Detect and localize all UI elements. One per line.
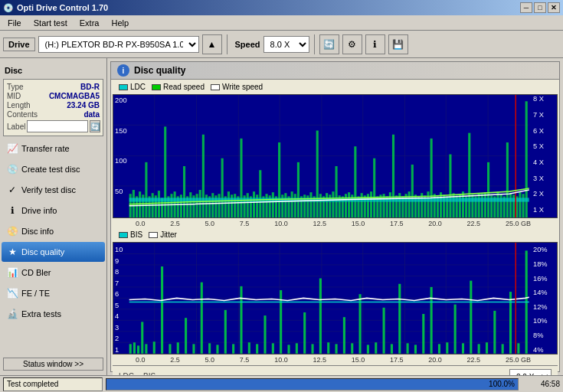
sidebar-item-verify-test-disc[interactable]: ✓ Verify test disc <box>2 180 105 200</box>
svg-rect-209 <box>263 315 266 354</box>
read-speed-legend-color <box>152 84 161 90</box>
disc-info-icon: 📀 <box>6 225 18 237</box>
svg-text:16%: 16% <box>533 275 548 283</box>
menu-start-test[interactable]: Start test <box>29 17 72 29</box>
svg-rect-58 <box>234 194 236 217</box>
svg-rect-77 <box>294 194 296 217</box>
jitter-legend-label: Jitter <box>160 230 177 239</box>
svg-rect-62 <box>247 193 249 217</box>
settings-button[interactable]: ⚙ <box>342 34 362 54</box>
drive-eject-button[interactable]: ▲ <box>202 34 222 54</box>
speed-select-2[interactable]: 2.0 X <box>509 369 552 375</box>
label-refresh-icon[interactable]: 🔄 <box>90 120 100 132</box>
chart2-wrapper: 10 9 8 7 6 5 4 3 2 1 20% 18% 16% <box>113 242 558 354</box>
svg-rect-217 <box>327 343 329 354</box>
svg-rect-145 <box>509 193 512 217</box>
svg-rect-142 <box>500 194 502 217</box>
minimize-button[interactable]: ─ <box>520 2 532 13</box>
menu-extra[interactable]: Extra <box>75 17 104 29</box>
svg-rect-239 <box>502 345 504 354</box>
stats-right: Speed 2.01 X Position 23800 MB Samples 3… <box>426 369 552 375</box>
svg-text:50: 50 <box>115 188 123 195</box>
chart2-svg: 10 9 8 7 6 5 4 3 2 1 20% 18% 16% <box>113 243 557 354</box>
svg-rect-89 <box>332 191 334 217</box>
drive-info-icon: ℹ <box>6 204 18 217</box>
sidebar-item-extra-tests[interactable]: 🔬 Extra tests <box>2 304 105 324</box>
contents-label: Contents <box>7 110 38 119</box>
svg-rect-126 <box>449 155 451 218</box>
svg-rect-236 <box>478 345 480 354</box>
maximize-button[interactable]: □ <box>534 2 546 13</box>
svg-rect-42 <box>183 166 185 217</box>
speed-select[interactable]: 8.0 X <box>263 36 309 53</box>
refresh-button[interactable]: 🔄 <box>319 34 339 54</box>
svg-rect-94 <box>348 192 350 217</box>
svg-rect-34 <box>158 191 160 217</box>
svg-rect-119 <box>427 191 429 217</box>
menu-file[interactable]: File <box>3 17 26 29</box>
svg-rect-74 <box>284 193 286 217</box>
disc-section-title: Disc <box>2 64 105 77</box>
svg-rect-36 <box>164 126 166 217</box>
svg-rect-226 <box>398 284 401 354</box>
svg-rect-233 <box>454 305 457 354</box>
label-input[interactable] <box>27 120 88 132</box>
sidebar-item-create-test-disc[interactable]: 💿 Create test disc <box>2 159 105 179</box>
verify-test-disc-icon: ✓ <box>6 184 18 196</box>
menu-help[interactable]: Help <box>106 17 133 29</box>
svg-rect-38 <box>170 194 172 217</box>
svg-rect-120 <box>430 139 433 217</box>
cd-bler-icon: 📊 <box>6 266 18 279</box>
type-label: Type <box>7 83 24 91</box>
svg-rect-241 <box>517 344 519 354</box>
drive-select[interactable]: (H:) PLEXTOR BD-R PX-B950SA 1.04 <box>38 36 199 53</box>
ldc-col-header: LDC <box>119 372 134 375</box>
svg-rect-190 <box>129 345 132 354</box>
type-value: BD-R <box>80 83 100 91</box>
svg-rect-224 <box>383 308 385 354</box>
svg-rect-240 <box>509 292 512 354</box>
svg-rect-108 <box>392 135 394 218</box>
svg-rect-84 <box>316 131 319 218</box>
svg-rect-70 <box>272 192 274 217</box>
sidebar-item-disc-quality[interactable]: ★ Disc quality <box>2 242 105 262</box>
stats-row: LDC BIS Avg 6.06 0.10 Max 174 5 <box>113 365 558 375</box>
sidebar-item-label: Disc quality <box>21 247 64 256</box>
svg-rect-234 <box>462 344 464 354</box>
save-button[interactable]: 💾 <box>388 34 408 54</box>
svg-rect-210 <box>272 344 274 354</box>
svg-rect-135 <box>478 193 480 217</box>
svg-rect-56 <box>227 191 230 217</box>
sidebar-item-drive-info[interactable]: ℹ Drive info <box>2 201 105 220</box>
label-label: Label <box>7 122 25 131</box>
svg-rect-30 <box>145 162 147 217</box>
svg-rect-235 <box>470 281 472 354</box>
extra-tests-icon: 🔬 <box>6 308 18 320</box>
bis-col-header: BIS <box>143 372 155 375</box>
sidebar-item-disc-info[interactable]: 📀 Disc info <box>2 221 105 241</box>
svg-text:4 X: 4 X <box>533 158 544 166</box>
close-button[interactable]: ✕ <box>548 2 560 13</box>
svg-text:7: 7 <box>115 279 119 287</box>
drive-label: Drive <box>3 38 35 51</box>
app-title: Opti Drive Control 1.70 <box>17 3 108 12</box>
sidebar-item-fe-te[interactable]: 📉 FE / TE <box>2 283 105 303</box>
svg-text:8%: 8% <box>533 332 543 339</box>
status-time: 46:58 <box>522 380 560 388</box>
svg-rect-28 <box>139 191 141 217</box>
svg-rect-212 <box>287 345 290 354</box>
svg-rect-232 <box>446 343 448 354</box>
svg-rect-216 <box>319 279 322 354</box>
status-text: Test completed <box>3 377 103 391</box>
charts-container: LDC Read speed Write speed <box>111 80 559 375</box>
sidebar-item-cd-bler[interactable]: 📊 CD Bler <box>2 263 105 283</box>
svg-text:4: 4 <box>115 313 119 321</box>
svg-rect-206 <box>240 286 242 354</box>
panel-header-icon: i <box>117 64 129 77</box>
chart1-svg: 200 150 100 50 8 X 7 X 6 X 5 X 4 X 3 X 2… <box>113 95 557 217</box>
sidebar-item-transfer-rate[interactable]: 📈 Transfer rate <box>2 139 105 158</box>
svg-rect-218 <box>336 345 338 354</box>
status-window-button[interactable]: Status window >> <box>3 358 103 371</box>
info-button[interactable]: ℹ <box>365 34 385 54</box>
sidebar: Disc Type BD-R MID CMCMAGBA5 Length 23.2… <box>0 58 107 375</box>
